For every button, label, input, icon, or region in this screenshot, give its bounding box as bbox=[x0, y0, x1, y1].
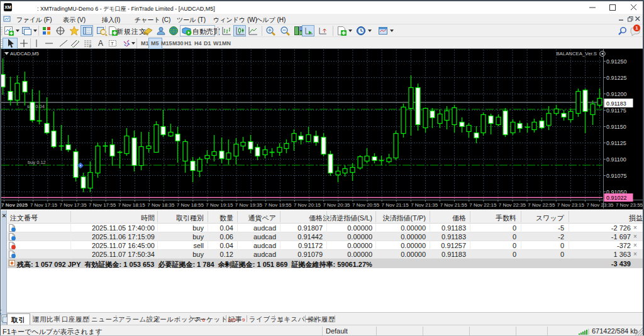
svg-text:0.91250: 0.91250 bbox=[606, 58, 627, 65]
svg-text:7 Nov 22:35: 7 Nov 22:35 bbox=[499, 202, 526, 208]
svg-text:7 Nov 21:35: 7 Nov 21:35 bbox=[411, 202, 438, 208]
svg-text:0.91125: 0.91125 bbox=[606, 140, 626, 146]
svg-text:0.91175: 0.91175 bbox=[606, 107, 626, 114]
svg-text:7 Nov 21:55: 7 Nov 21:55 bbox=[440, 202, 468, 208]
svg-text:0.91200: 0.91200 bbox=[606, 91, 627, 97]
svg-text:7 Nov 23:35: 7 Nov 23:35 bbox=[586, 202, 614, 208]
svg-text:0.91075: 0.91075 bbox=[606, 173, 627, 179]
svg-text:7 Nov 17:15: 7 Nov 17:15 bbox=[30, 202, 58, 208]
svg-text:0.91225: 0.91225 bbox=[606, 75, 627, 81]
svg-text:7 Nov 19:15: 7 Nov 19:15 bbox=[206, 202, 233, 208]
svg-text:7 Nov 18:55: 7 Nov 18:55 bbox=[177, 202, 204, 208]
svg-text:0.91183: 0.91183 bbox=[606, 100, 626, 107]
svg-text:7 Nov 23:55: 7 Nov 23:55 bbox=[616, 202, 643, 208]
svg-text:7 Nov 17:35: 7 Nov 17:35 bbox=[60, 202, 87, 208]
svg-text:7 Nov 19:35: 7 Nov 19:35 bbox=[235, 202, 263, 208]
svg-text:7 Nov 20:15: 7 Nov 20:15 bbox=[294, 202, 321, 208]
svg-text:7 Nov 20:35: 7 Nov 20:35 bbox=[323, 202, 350, 208]
svg-text:F: F bbox=[89, 45, 92, 48]
svg-text:0.91150: 0.91150 bbox=[606, 124, 626, 130]
svg-text:AUDCAD,M5: AUDCAD,M5 bbox=[10, 51, 40, 57]
svg-text:BALANCEA_Ver.S: BALANCEA_Ver.S bbox=[556, 51, 597, 57]
svg-text:T: T bbox=[111, 41, 114, 46]
svg-text:7 Nov 22:15: 7 Nov 22:15 bbox=[469, 202, 497, 208]
svg-text:7 Nov 22:55: 7 Nov 22:55 bbox=[528, 202, 555, 208]
svg-text:sell 0.04: sell 0.04 bbox=[27, 104, 45, 109]
svg-text:7 Nov 23:15: 7 Nov 23:15 bbox=[557, 202, 585, 208]
svg-text:7 Nov 18:35: 7 Nov 18:35 bbox=[147, 202, 175, 208]
svg-text:7 Nov 20:55: 7 Nov 20:55 bbox=[352, 202, 380, 208]
svg-text:0.91022: 0.91022 bbox=[606, 195, 627, 201]
svg-text:7 Nov 21:15: 7 Nov 21:15 bbox=[382, 202, 409, 208]
svg-text:7 Nov 19:55: 7 Nov 19:55 bbox=[264, 202, 292, 208]
svg-text:7 Nov 17:55: 7 Nov 17:55 bbox=[89, 202, 116, 208]
svg-text:7 Nov 18:15: 7 Nov 18:15 bbox=[118, 202, 146, 208]
svg-text:7 Nov 2025: 7 Nov 2025 bbox=[1, 202, 28, 208]
svg-text:buy 0.12: buy 0.12 bbox=[28, 160, 46, 165]
svg-text:0.91100: 0.91100 bbox=[606, 156, 626, 163]
